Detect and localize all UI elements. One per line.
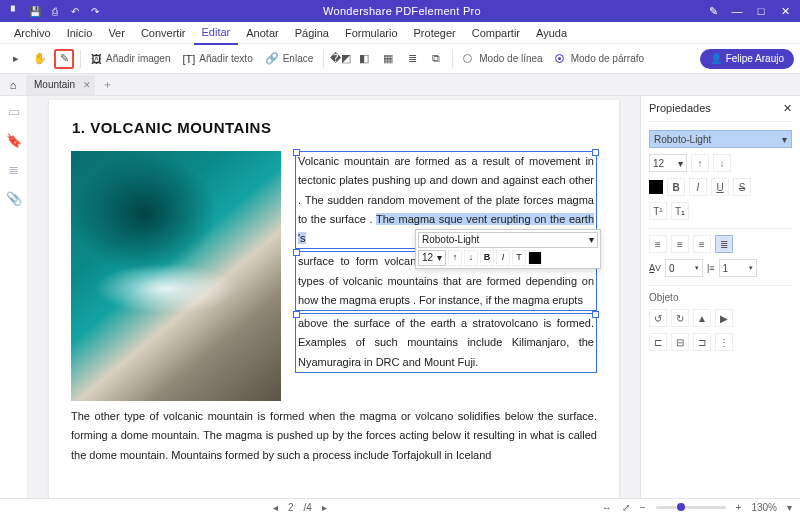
- undo-icon[interactable]: ↶: [68, 4, 82, 18]
- obj-align-center-icon[interactable]: ⊟: [671, 333, 689, 351]
- menu-bar: Archivo Inicio Ver Convertir Editar Anot…: [0, 22, 800, 44]
- page-current[interactable]: 2: [288, 502, 294, 513]
- superscript-button[interactable]: T¹: [649, 202, 667, 220]
- menu-anotar[interactable]: Anotar: [238, 22, 286, 44]
- strike-button[interactable]: S: [733, 178, 751, 196]
- header-footer-tool-icon[interactable]: ≣: [402, 49, 422, 69]
- fit-page-icon[interactable]: ⤢: [622, 502, 630, 513]
- bold-icon[interactable]: B: [480, 250, 494, 266]
- align-justify-button[interactable]: ≣: [715, 235, 733, 253]
- menu-convertir[interactable]: Convertir: [133, 22, 194, 44]
- minimize-button[interactable]: —: [726, 2, 748, 20]
- italic-button[interactable]: I: [689, 178, 707, 196]
- menu-ayuda[interactable]: Ayuda: [528, 22, 575, 44]
- prev-page-button[interactable]: ◂: [273, 502, 278, 513]
- sign-icon[interactable]: ✎: [702, 2, 724, 20]
- align-right-button[interactable]: ≡: [693, 235, 711, 253]
- text-style-icon[interactable]: T: [512, 250, 526, 266]
- crop-tool-icon[interactable]: �◩: [330, 49, 350, 69]
- document-viewport[interactable]: 1. VOLCANIC MOUNTAINS Volcanic mountain …: [28, 96, 640, 498]
- menu-compartir[interactable]: Compartir: [464, 22, 528, 44]
- bates-tool-icon[interactable]: ⧉: [426, 49, 446, 69]
- fit-width-icon[interactable]: ↔: [602, 502, 612, 513]
- line-spacing-input[interactable]: 1▾: [719, 259, 757, 277]
- rotate-left-icon[interactable]: ↺: [649, 309, 667, 327]
- menu-pagina[interactable]: Página: [287, 22, 337, 44]
- obj-align-right-icon[interactable]: ⊐: [693, 333, 711, 351]
- paragraph-2[interactable]: The other type of volcanic mountain is f…: [71, 407, 597, 465]
- zoom-in-button[interactable]: +: [736, 502, 742, 513]
- titlebar-quick-actions: ▘ 💾 ⎙ ↶ ↷: [4, 4, 102, 18]
- text-icon: [T]: [182, 53, 195, 65]
- flip-horizontal-icon[interactable]: ▶: [715, 309, 733, 327]
- comments-icon[interactable]: ≣: [8, 162, 19, 177]
- maximize-button[interactable]: □: [750, 2, 772, 20]
- color-swatch[interactable]: [528, 250, 542, 266]
- pdf-page: 1. VOLCANIC MOUNTAINS Volcanic mountain …: [49, 100, 619, 498]
- close-panel-icon[interactable]: ✕: [783, 102, 792, 115]
- zoom-value[interactable]: 130%: [751, 502, 777, 513]
- close-button[interactable]: ✕: [774, 2, 796, 20]
- grow-font-icon[interactable]: ↑: [691, 154, 709, 172]
- menu-editar[interactable]: Editar: [194, 21, 239, 45]
- link-button[interactable]: 🔗 Enlace: [261, 52, 318, 65]
- shrink-font-icon[interactable]: ↓: [713, 154, 731, 172]
- flip-vertical-icon[interactable]: ▲: [693, 309, 711, 327]
- select-tool-icon[interactable]: ▸: [6, 49, 26, 69]
- underline-button[interactable]: U: [711, 178, 729, 196]
- thumbnails-icon[interactable]: ▭: [8, 104, 20, 119]
- close-tab-icon[interactable]: ✕: [83, 80, 91, 90]
- radio-off-icon: [463, 54, 472, 63]
- attachments-icon[interactable]: 📎: [6, 191, 22, 206]
- align-center-button[interactable]: ≡: [671, 235, 689, 253]
- volcano-photo[interactable]: [71, 151, 281, 401]
- background-tool-icon[interactable]: ▦: [378, 49, 398, 69]
- decrease-size-icon[interactable]: ↓: [464, 250, 478, 266]
- zoom-out-button[interactable]: −: [640, 502, 646, 513]
- home-tab-icon[interactable]: ⌂: [4, 79, 22, 91]
- menu-archivo[interactable]: Archivo: [6, 22, 59, 44]
- print-icon[interactable]: ⎙: [48, 4, 62, 18]
- font-size-field[interactable]: 12▾: [418, 250, 446, 266]
- obj-align-left-icon[interactable]: ⊏: [649, 333, 667, 351]
- menu-formulario[interactable]: Formulario: [337, 22, 406, 44]
- font-family-select[interactable]: Roboto-Light▾: [649, 130, 792, 148]
- line-spacing-icon: |≡: [707, 263, 715, 273]
- user-pill[interactable]: 👤 Felipe Araujo: [700, 49, 794, 69]
- zoom-slider[interactable]: [656, 506, 726, 509]
- editing-text-block-3[interactable]: above the surface of the earth a stratov…: [295, 313, 597, 373]
- text-color-swatch[interactable]: [649, 180, 663, 194]
- zoom-dropdown-icon[interactable]: ▾: [787, 502, 792, 513]
- align-left-button[interactable]: ≡: [649, 235, 667, 253]
- save-icon[interactable]: 💾: [28, 4, 42, 18]
- heading[interactable]: 1. VOLCANIC MOUNTAINS: [71, 118, 597, 137]
- font-family-dropdown[interactable]: Roboto-Light▾: [418, 232, 598, 248]
- bold-button[interactable]: B: [667, 178, 685, 196]
- font-size-input[interactable]: 12▾: [649, 154, 687, 172]
- distribute-icon[interactable]: ⋮: [715, 333, 733, 351]
- add-text-button[interactable]: [T] Añadir texto: [178, 53, 256, 65]
- menu-inicio[interactable]: Inicio: [59, 22, 101, 44]
- add-image-label: Añadir imagen: [106, 53, 170, 64]
- chevron-down-icon: ▾: [678, 158, 683, 169]
- subscript-button[interactable]: T₁: [671, 202, 689, 220]
- edit-tool-icon[interactable]: ✎: [54, 49, 74, 69]
- menu-ver[interactable]: Ver: [100, 22, 133, 44]
- properties-panel: Propiedades ✕ Roboto-Light▾ 12▾ ↑ ↓ B I …: [640, 96, 800, 498]
- tab-mountain[interactable]: Mountain ✕: [26, 75, 95, 95]
- new-tab-button[interactable]: ＋: [99, 77, 115, 92]
- font-popup[interactable]: Roboto-Light▾ 12▾ ↑ ↓ B I T: [415, 229, 601, 269]
- italic-icon[interactable]: I: [496, 250, 510, 266]
- increase-size-icon[interactable]: ↑: [448, 250, 462, 266]
- bookmarks-icon[interactable]: 🔖: [6, 133, 22, 148]
- next-page-button[interactable]: ▸: [322, 502, 327, 513]
- rotate-right-icon[interactable]: ↻: [671, 309, 689, 327]
- hand-tool-icon[interactable]: ✋: [30, 49, 50, 69]
- mode-paragraph[interactable]: Modo de párrafo: [551, 53, 648, 64]
- char-spacing-input[interactable]: 0▾: [665, 259, 703, 277]
- watermark-tool-icon[interactable]: ◧: [354, 49, 374, 69]
- menu-proteger[interactable]: Proteger: [406, 22, 464, 44]
- add-image-button[interactable]: 🖼 Añadir imagen: [87, 53, 174, 65]
- mode-line[interactable]: Modo de línea: [459, 53, 546, 64]
- redo-icon[interactable]: ↷: [88, 4, 102, 18]
